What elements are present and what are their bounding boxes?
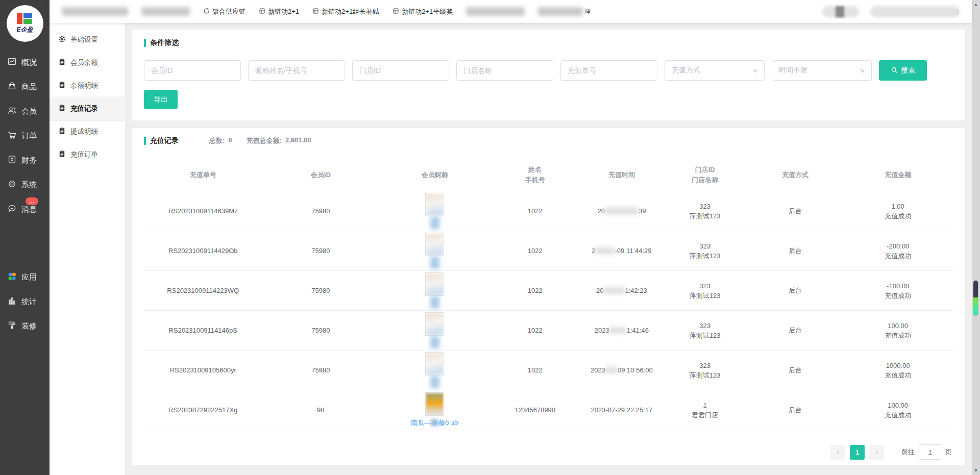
member-id: 75980: [262, 286, 379, 295]
submenu-item-basic-settings[interactable]: 基础设置: [50, 28, 125, 51]
tab-xinliandong-2plus1[interactable]: 新链动2+1: [259, 7, 299, 16]
select-value: 时间不限: [779, 66, 807, 75]
order-icon: [7, 130, 17, 141]
sidebar-item-member[interactable]: 会员: [0, 99, 50, 123]
app-logo: E企盈: [7, 5, 43, 42]
user-avatar[interactable]: [822, 6, 859, 17]
sidebar-item-message[interactable]: 消息 ...: [0, 197, 50, 221]
sidebar-item-finance[interactable]: 财务: [0, 148, 50, 172]
search-button[interactable]: 搜索: [879, 60, 927, 81]
next-page-button[interactable]: ›: [869, 445, 884, 460]
stat-item: 充值总金额: 2,901.00: [247, 136, 311, 145]
sidebar-item-order[interactable]: 订单: [0, 123, 50, 148]
table-body: RS20231009114639Mz 75980 1022 2039 323萍测…: [144, 191, 953, 430]
amount-cell: -200.00充值成功: [844, 241, 952, 261]
records-section-title: 充值记录: [144, 136, 179, 145]
member-avatar: [425, 392, 444, 416]
blurred-text: [603, 287, 625, 294]
store-id-input[interactable]: [352, 60, 449, 81]
nickname-name-phone-input[interactable]: [248, 60, 345, 81]
scrollbar-up-arrow-icon[interactable]: ▲: [972, 2, 980, 7]
recharge-order-no: RS20231009114146pS: [144, 326, 262, 335]
column-header: 充值金额: [844, 170, 952, 180]
blurred-text: [466, 7, 525, 16]
recharge-time: 20231:41:46: [595, 327, 649, 334]
export-button[interactable]: 导出: [144, 90, 178, 109]
blurred-text: [431, 419, 438, 426]
member-avatar: [425, 352, 444, 376]
member-id: 75980: [262, 326, 379, 335]
recharge-order-no: RS20230729222517Xg: [144, 405, 262, 415]
blurred-tab-3[interactable]: [466, 7, 525, 16]
store-name-input[interactable]: [456, 60, 553, 81]
member-nickname[interactable]: 南瓜—藤ờ ɜờ: [411, 418, 459, 428]
member-avatar-cell: [379, 352, 490, 388]
blurred-tab-1[interactable]: [62, 7, 128, 16]
scrollbar-down-arrow-icon[interactable]: ▼: [972, 468, 980, 473]
member-id-input[interactable]: [144, 60, 241, 81]
submenu-item-label: 充值订单: [70, 150, 98, 159]
sidebar-item-design[interactable]: 装修: [0, 314, 50, 338]
amount-cell: 1.00充值成功: [844, 202, 952, 221]
sidebar-item-system[interactable]: 系统: [0, 172, 50, 197]
column-header: 姓名手机号: [490, 165, 580, 185]
blurred-tab-4[interactable]: 理: [538, 7, 591, 16]
scrollbar-thumb[interactable]: [973, 280, 978, 316]
blurred-text: [538, 7, 583, 16]
member-avatar-cell: 南瓜—藤ờ ɜờ: [379, 392, 490, 428]
recharge-method: 后台: [747, 326, 844, 335]
sidebar-item-label: 装修: [21, 321, 37, 331]
submenu-item-commission-detail[interactable]: 提成明细: [50, 120, 125, 143]
goto-page-input[interactable]: [919, 444, 941, 460]
member-name-phone: 1022: [490, 206, 580, 216]
prev-page-button[interactable]: ‹: [830, 445, 845, 460]
tab-xinliandong-zuzhang[interactable]: 新链动2+1组长补贴: [312, 7, 379, 16]
recharge-time: 2039: [597, 207, 646, 215]
app-root: E企盈 概况 商品 会员 订单 财务 系统 消息 ... 应用 统计 装修: [0, 0, 980, 475]
time-range-select[interactable]: 时间不限 ∨: [772, 60, 872, 81]
gear-icon: [58, 35, 66, 44]
sidebar-nav: 概况 商品 会员 订单 财务 系统 消息 ... 应用 统计 装修: [0, 50, 50, 338]
table-row: RS20231009114639Mz 75980 1022 2039 323萍测…: [144, 191, 953, 231]
stat-value: 2,901.00: [285, 136, 311, 145]
submenu-item-recharge-record[interactable]: 充值记录: [50, 97, 125, 120]
member-avatar-cell: [379, 233, 490, 269]
member-name-phone: 1022: [490, 286, 580, 295]
sidebar-item-label: 应用: [21, 272, 37, 282]
member-id: 75980: [262, 246, 379, 256]
recharge-time: 2023-07-29 22:25:17: [591, 406, 653, 414]
store-cell: 323萍测试123: [664, 361, 747, 380]
member-avatar-cell: [379, 193, 490, 229]
pagination: ‹ 1 › 前往 页: [826, 444, 952, 460]
sidebar-item-stats[interactable]: 统计: [0, 289, 50, 314]
page-scrollbar[interactable]: ▲ ▼: [972, 0, 980, 475]
topbar-tabs: 聚合供应链 新链动2+1 新链动2+1组长补贴 新链动2+1平级奖 理: [62, 7, 591, 16]
sidebar-item-apps[interactable]: 应用: [0, 265, 50, 289]
blurred-text: [141, 7, 190, 16]
secondary-sidebar: 基础设置 会员余额 余额明细 充值记录 提成明细 充值订单: [50, 23, 125, 475]
sidebar-item-label: 系统: [21, 180, 37, 190]
submenu-item-member-balance[interactable]: 会员余额: [50, 51, 125, 74]
current-page-button[interactable]: 1: [850, 445, 865, 460]
sidebar-item-goods[interactable]: 商品: [0, 74, 50, 99]
content-area: 条件筛选 充值方式 ∨ 时间不限 ∨ 搜索 导出 充值记录: [125, 23, 972, 475]
clipboard-icon: [58, 127, 66, 136]
member-id: 98: [262, 405, 379, 415]
stat-label: 充值总金额:: [247, 136, 282, 145]
page-unit-label: 页: [945, 447, 952, 457]
sidebar-item-label: 消息: [21, 205, 37, 214]
clipboard-icon: [58, 150, 66, 159]
tab-xinliandong-pingji[interactable]: 新链动2+1平级奖: [393, 7, 453, 16]
submenu-item-label: 余额明细: [70, 81, 98, 90]
message-icon: [7, 204, 17, 215]
sidebar-item-overview[interactable]: 概况: [0, 50, 50, 74]
submenu-item-balance-detail[interactable]: 余额明细: [50, 74, 125, 97]
doc-icon: [312, 8, 319, 16]
store-cell: 1君君门店: [664, 401, 747, 420]
recharge-no-input[interactable]: [560, 60, 657, 81]
recharge-method-select[interactable]: 充值方式 ∨: [665, 60, 765, 81]
user-account[interactable]: ): [870, 6, 959, 17]
blurred-tab-2[interactable]: [141, 7, 190, 16]
submenu-item-recharge-order[interactable]: 充值订单: [50, 143, 125, 166]
tab-juhe-gongyinglian[interactable]: 聚合供应链: [203, 7, 246, 16]
